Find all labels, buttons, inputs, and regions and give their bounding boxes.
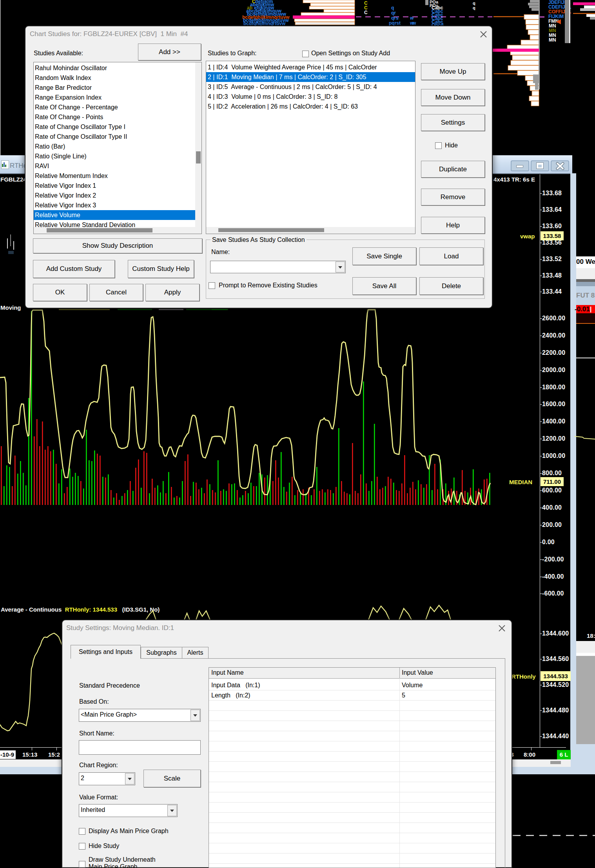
svg-text:w: w — [410, 15, 414, 21]
svg-text:q: q — [391, 5, 394, 11]
svg-text:q: q — [473, 1, 475, 5]
svg-text:pqrst: pqrst — [389, 20, 401, 26]
svg-text:POs: POs — [430, 3, 438, 8]
svg-text:w: w — [410, 20, 414, 26]
svg-text:qr: qr — [391, 10, 396, 16]
svg-text:qrs: qrs — [391, 15, 399, 21]
svg-text:q: q — [473, 5, 475, 10]
svg-text:C: C — [364, 10, 368, 15]
svg-text:MN: MN — [549, 37, 556, 43]
